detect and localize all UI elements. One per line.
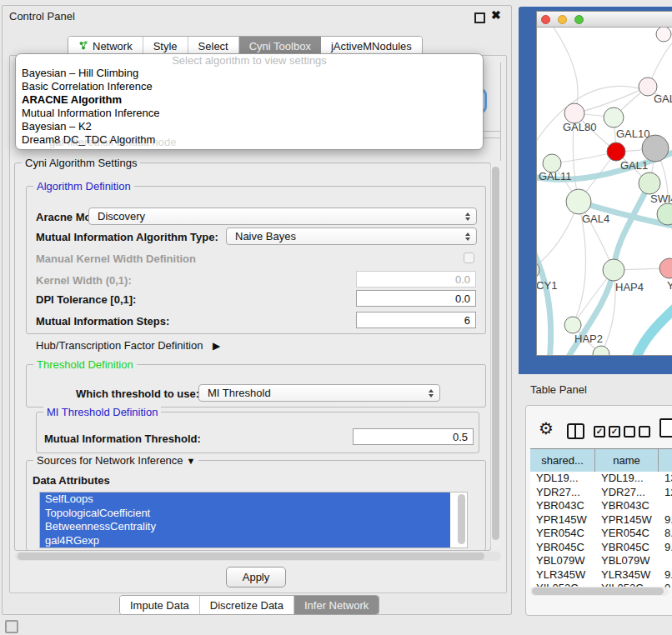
table-horizontal-scrollbar[interactable] [530,587,669,596]
attributes-scrollbar[interactable] [458,494,465,544]
data-attribute-item[interactable]: BetweennessCentrality [40,520,450,534]
table-cell: YDR27... [530,486,595,500]
mi-threshold-field[interactable]: 0.5 [353,428,474,445]
network-canvas[interactable]: GALGAL80GAL10GAL1GAL11SWI4GAL4GCY1HAP4YH… [537,28,672,355]
settings-horizontal-scrollbar[interactable] [15,552,501,561]
table-cell: YDR27... [595,486,659,500]
table-panel-title: Table Panel [530,383,587,396]
algorithm-menu-item[interactable]: Mutual Information Inference [16,107,483,120]
mi-type-select[interactable]: Naive Bayes [226,228,477,245]
float-window-icon[interactable] [474,12,485,23]
threshold-definition-title: Threshold Definition [33,358,137,371]
split-columns-icon[interactable] [567,423,584,439]
tab-discretize-data[interactable]: Discretize Data [200,596,294,614]
data-attribute-item[interactable]: gal4RGexp [40,534,450,548]
table-row[interactable]: YER054CYER054C8. [530,527,672,541]
checked-columns-icon[interactable]: ✓✓ [594,426,620,438]
dpi-tolerance-field[interactable]: 0.0 [356,290,476,307]
algorithm-menu-item[interactable]: ARACNE Algorithm [16,93,483,107]
table-row[interactable]: YPR145WYPR145W9. [530,513,672,528]
table-cell: YER054C [530,527,595,541]
network-node-y[interactable] [659,258,672,278]
gear-icon[interactable]: ⚙ [539,418,554,438]
algorithm-select-popup: Select algorithm to view settings Bayesi… [15,53,484,150]
table-cell: YLR345W [530,568,595,582]
new-table-icon[interactable] [659,418,672,438]
hub-definition-expander[interactable]: Hub/Transcription Factor Definition ▶ [36,339,220,352]
algorithm-definition-title: Algorithm Definition [33,180,134,192]
tab-style[interactable]: Style [143,37,188,55]
close-icon[interactable]: ✖ [491,8,501,22]
collapse-down-icon: ▼ [187,456,196,466]
tab-cyni-toolbox[interactable]: Cyni Toolbox [239,37,321,55]
column-header[interactable]: name [595,449,659,472]
tab-label: jActiveMNodules [331,40,412,52]
tab-network[interactable]: Network [68,37,143,55]
mi-type-value: Naive Bayes [235,230,296,242]
apply-button[interactable]: Apply [226,567,286,588]
mi-steps-label: Mutual Information Steps: [36,315,169,328]
network-node-swi4[interactable] [639,172,660,194]
tab-impute-data[interactable]: Impute Data [120,596,200,614]
network-node[interactable] [642,135,669,162]
mi-type-label: Mutual Information Algorithm Type: [36,231,218,243]
table-row[interactable]: YBR045CYBR045C9. [530,541,672,555]
network-node-gal4[interactable] [566,189,591,214]
settings-group-title: Cyni Algorithm Settings [22,157,140,169]
network-bright-edge [635,305,672,355]
tab-label: Select [198,40,228,52]
settings-vertical-scrollbar[interactable] [490,164,501,548]
panel-title: Control Panel [9,10,75,22]
table-row[interactable]: YBL079WYBL079W [530,554,672,568]
algorithm-menu-item[interactable]: Bayesian – Hill Climbing [16,67,483,80]
network-node-label: GAL4 [582,212,609,225]
zoom-traffic-light-icon[interactable] [574,15,584,24]
table-cell: 9. [659,541,672,555]
network-node-label: GAL [654,92,672,105]
minimize-traffic-light-icon[interactable] [558,15,567,24]
table-row[interactable]: YDL19...YDL19...13 [530,472,672,486]
table-cell [659,499,672,513]
unchecked-columns-icon[interactable] [624,426,650,438]
network-node-gal1[interactable] [607,142,625,161]
manual-kernel-checkbox[interactable] [464,252,474,263]
dpi-tolerance-label: DPI Tolerance [0,1]: [36,293,136,306]
algorithm-menu-item[interactable]: Basic Correlation Inference [16,80,483,93]
network-node-hap4[interactable] [603,259,624,281]
tab-label: Infer Network [304,599,369,612]
network-node[interactable] [656,28,671,42]
data-attribute-item[interactable]: SelfLoops [40,492,450,507]
close-traffic-light-icon[interactable] [541,15,550,24]
algorithm-menu-item[interactable]: Bayesian – K2 [16,120,483,133]
network-window: GALGAL80GAL10GAL1GAL11SWI4GAL4GCY1HAP4YH… [536,11,672,356]
network-node-label: Y [667,279,672,292]
data-attribute-item[interactable]: TopologicalCoefficient [40,507,450,521]
mi-threshold-label: Mutual Information Threshold: [44,432,201,445]
tab-select[interactable]: Select [188,37,239,55]
table-row[interactable]: YLR345WYLR345W9. [530,568,672,582]
kernel-width-field[interactable]: 0.0 [356,271,476,288]
tab-jactivemnodules[interactable]: jActiveMNodules [321,37,422,55]
column-header[interactable]: shared... [530,449,595,472]
table-row[interactable]: YDR27...YDR27...12 [530,486,672,500]
hidden-combo-ghost-text: gal-filtered.sif default node [49,136,176,148]
network-node-label: GCY1 [537,279,557,292]
which-threshold-select[interactable]: MI Threshold [198,384,440,402]
tab-infer-network[interactable]: Infer Network [294,596,379,614]
stepper-icon [465,232,470,241]
table-row[interactable]: YBR043CYBR043C [530,499,672,513]
network-node-hap2[interactable] [564,317,581,333]
sources-group-title[interactable]: Sources for Network Inference▼ [33,454,198,467]
table-cell: YBR043C [595,499,659,513]
tab-label: Cyni Toolbox [249,40,311,52]
mi-steps-field[interactable]: 6 [356,312,476,328]
network-node-label: GAL80 [563,121,596,133]
aracne-mode-select[interactable]: Discovery [88,208,477,225]
expand-right-icon: ▶ [213,340,220,352]
network-node-label: GAL1 [620,159,648,172]
column-header[interactable]: A [659,449,672,472]
network-node[interactable] [593,346,609,355]
dock-mini-icon[interactable] [5,620,18,633]
network-node-gal10[interactable] [604,108,624,128]
network-window-titlebar[interactable] [537,12,672,28]
